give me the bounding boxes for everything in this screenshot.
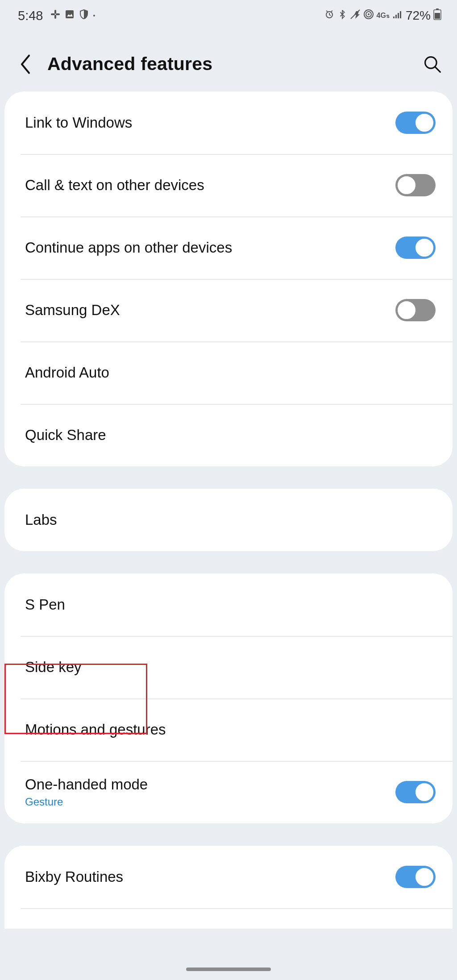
svg-rect-1 bbox=[54, 15, 56, 19]
toggle-bixby-routines[interactable] bbox=[395, 866, 436, 888]
toggle-continue-apps[interactable] bbox=[395, 237, 436, 259]
slack-icon bbox=[50, 9, 61, 22]
status-bar: 5:48 • 4G⇅ 72% bbox=[0, 0, 457, 31]
row-label: Quick Share bbox=[25, 427, 106, 444]
nav-handle[interactable] bbox=[186, 968, 271, 971]
row-call-text-other-devices[interactable]: Call & text on other devices bbox=[4, 154, 453, 216]
row-continue-apps[interactable]: Continue apps on other devices bbox=[4, 216, 453, 279]
toggle-call-text-other-devices[interactable] bbox=[395, 174, 436, 196]
network-4g-icon: 4G⇅ bbox=[377, 12, 390, 20]
page-header: Advanced features bbox=[4, 31, 453, 91]
svg-line-9 bbox=[326, 11, 328, 12]
row-quick-share[interactable]: Quick Share bbox=[4, 404, 453, 466]
svg-rect-15 bbox=[393, 17, 395, 18]
row-label: Samsung DeX bbox=[25, 302, 120, 319]
battery-percent: 72% bbox=[406, 8, 431, 23]
row-sublabel: Gesture bbox=[25, 796, 148, 808]
settings-group: Bixby Routines bbox=[4, 846, 453, 929]
row-label: One-handed mode bbox=[25, 776, 148, 793]
search-icon[interactable] bbox=[423, 55, 442, 74]
hotspot-icon bbox=[363, 9, 374, 22]
shield-icon bbox=[79, 9, 89, 22]
image-icon bbox=[64, 9, 75, 22]
svg-rect-4 bbox=[66, 10, 74, 18]
settings-group: S Pen Side key Motions and gestures One-… bbox=[4, 573, 453, 823]
page-title: Advanced features bbox=[47, 54, 212, 75]
svg-rect-0 bbox=[54, 10, 56, 14]
row-side-key[interactable]: Side key bbox=[4, 636, 453, 698]
back-icon[interactable] bbox=[18, 54, 33, 75]
row-label: Motions and gestures bbox=[25, 721, 166, 738]
toggle-one-handed-mode[interactable] bbox=[395, 781, 436, 803]
row-one-handed-mode[interactable]: One-handed mode Gesture bbox=[4, 761, 453, 823]
status-time: 5:48 bbox=[18, 8, 43, 23]
row-bixby-routines[interactable]: Bixby Routines bbox=[4, 846, 453, 908]
settings-group: Labs bbox=[4, 489, 453, 551]
row-android-auto[interactable]: Android Auto bbox=[4, 341, 453, 404]
row-label: Labs bbox=[25, 511, 57, 528]
svg-rect-3 bbox=[56, 13, 60, 15]
svg-rect-17 bbox=[398, 13, 399, 18]
row-label: Link to Windows bbox=[25, 114, 132, 131]
row-samsung-dex[interactable]: Samsung DeX bbox=[4, 279, 453, 341]
row-label: S Pen bbox=[25, 596, 65, 613]
bluetooth-icon bbox=[337, 9, 347, 22]
row-link-to-windows[interactable]: Link to Windows bbox=[4, 91, 453, 154]
svg-rect-18 bbox=[400, 11, 401, 18]
battery-icon bbox=[433, 8, 441, 23]
row-label: Call & text on other devices bbox=[25, 177, 204, 194]
toggle-link-to-windows[interactable] bbox=[395, 112, 436, 134]
row-label: Android Auto bbox=[25, 364, 109, 381]
svg-rect-2 bbox=[51, 13, 55, 15]
vibrate-icon bbox=[350, 9, 361, 22]
signal-icon bbox=[392, 9, 403, 22]
row-motions-gestures[interactable]: Motions and gestures bbox=[4, 698, 453, 761]
svg-line-8 bbox=[329, 15, 331, 16]
row-next[interactable] bbox=[4, 908, 453, 929]
settings-group: Link to Windows Call & text on other dev… bbox=[4, 91, 453, 466]
row-labs[interactable]: Labs bbox=[4, 489, 453, 551]
row-s-pen[interactable]: S Pen bbox=[4, 573, 453, 636]
svg-point-12 bbox=[368, 13, 370, 15]
row-label: Side key bbox=[25, 659, 82, 676]
row-label: Bixby Routines bbox=[25, 868, 123, 885]
svg-line-23 bbox=[435, 67, 440, 72]
svg-line-10 bbox=[331, 11, 332, 12]
svg-rect-16 bbox=[395, 15, 397, 18]
row-label: Continue apps on other devices bbox=[25, 239, 232, 256]
alarm-icon bbox=[324, 9, 335, 22]
status-dot: • bbox=[93, 12, 95, 19]
toggle-samsung-dex[interactable] bbox=[395, 299, 436, 321]
svg-rect-21 bbox=[435, 13, 440, 19]
